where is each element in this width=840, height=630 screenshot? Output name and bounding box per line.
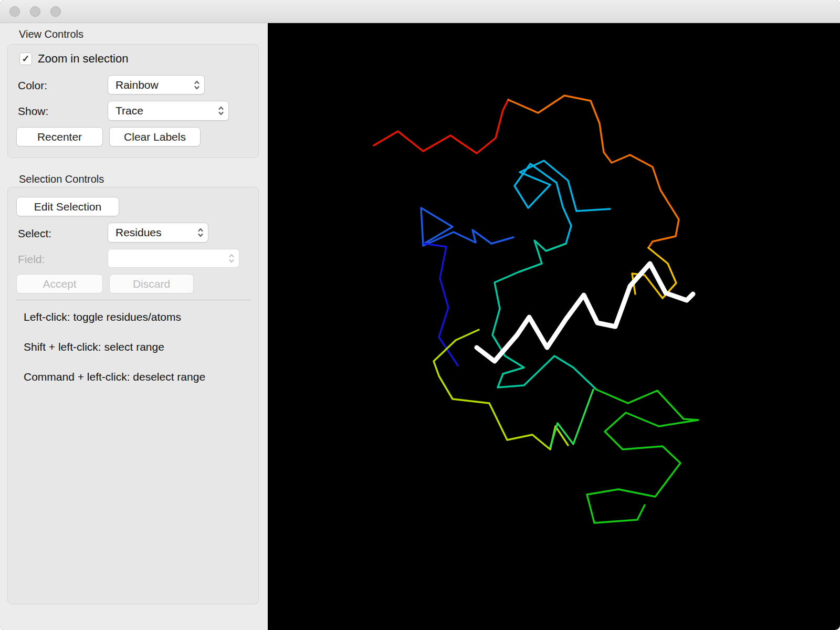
field-label: Field: (18, 253, 45, 266)
trace-segment-orange (508, 96, 679, 248)
molecule-viewport[interactable] (268, 23, 840, 630)
recenter-button[interactable]: Recenter (16, 127, 103, 146)
help-divider (16, 300, 251, 300)
control-sidebar: View Controls ✓ Zoom in selection Color:… (0, 23, 268, 630)
trace-segment-cyan-knot (514, 161, 610, 244)
show-select-value: Trace (116, 104, 217, 117)
discard-button[interactable]: Discard (109, 274, 194, 293)
zoom-window-button[interactable] (50, 6, 61, 17)
help-line-left-click: Left-click: toggle residues/atoms (24, 311, 181, 323)
help-line-command-click: Command + left-click: deselect range (24, 371, 205, 383)
edit-selection-button[interactable]: Edit Selection (16, 197, 119, 216)
trace-segment-n-terminus-red (374, 100, 508, 153)
view-controls-heading: View Controls (19, 28, 83, 40)
window-content: View Controls ✓ Zoom in selection Color:… (0, 23, 840, 630)
chevron-up-down-icon (228, 252, 235, 265)
clear-labels-button[interactable]: Clear Labels (109, 127, 201, 146)
trace-segment-teal-loops (492, 240, 596, 390)
selection-controls-heading: Selection Controls (19, 173, 104, 185)
minimize-button[interactable] (30, 6, 40, 17)
checkmark-icon: ✓ (22, 54, 29, 64)
color-select-value: Rainbow (116, 79, 193, 91)
accept-button[interactable]: Accept (16, 274, 103, 293)
zoom-in-selection-row: ✓ Zoom in selection (19, 52, 128, 66)
chevron-up-down-icon (197, 226, 204, 239)
protein-trace (268, 23, 840, 630)
chevron-up-down-icon (217, 104, 225, 117)
trace-segment-spring-green (550, 390, 593, 447)
trace-segment-green-c-terminus (587, 390, 698, 523)
close-button[interactable] (9, 6, 20, 17)
help-line-shift-click: Shift + left-click: select range (24, 341, 164, 353)
field-select[interactable] (108, 249, 239, 268)
trace-segment-white-selection (477, 264, 693, 361)
color-select[interactable]: Rainbow (108, 75, 205, 94)
titlebar (0, 0, 840, 23)
zoom-selection-label: Zoom in selection (38, 52, 128, 66)
trace-segment-blue-triangles (421, 208, 513, 246)
select-label: Select: (18, 227, 51, 240)
trace-segment-dark-blue-strand (424, 244, 458, 365)
select-mode-select[interactable]: Residues (108, 223, 208, 243)
color-label: Color: (18, 79, 47, 92)
app-window: View Controls ✓ Zoom in selection Color:… (0, 0, 840, 630)
zoom-selection-checkbox[interactable]: ✓ (19, 52, 32, 65)
show-select[interactable]: Trace (108, 101, 229, 121)
select-mode-value: Residues (116, 226, 197, 239)
traffic-lights (9, 6, 61, 17)
show-label: Show: (18, 105, 48, 118)
chevron-up-down-icon (193, 79, 201, 91)
